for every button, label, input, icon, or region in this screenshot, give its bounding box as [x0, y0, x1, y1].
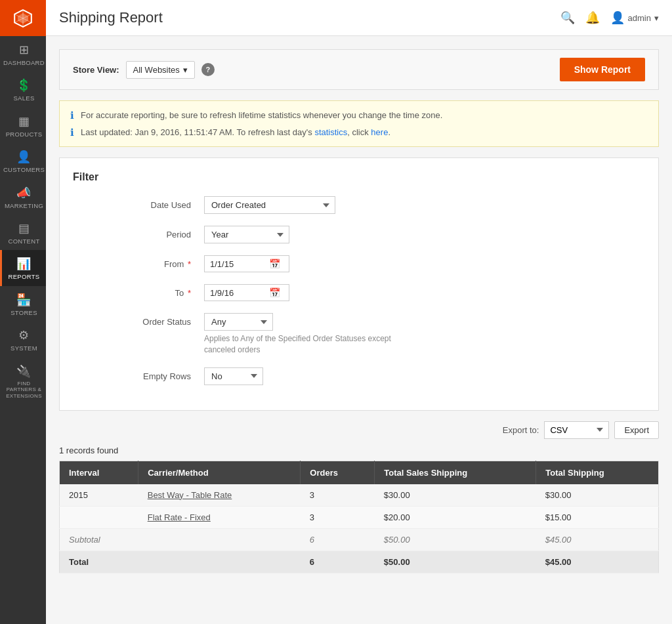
filter-section: Filter Date Used Order Created Order Upd… — [59, 157, 659, 411]
export-bar: Export to: CSV Excel XML Export — [59, 421, 659, 439]
table-row-subtotal: Subtotal 6 $50.00 $45.00 — [60, 528, 659, 551]
cell-total-shipping: $30.00 — [536, 484, 659, 507]
export-button[interactable]: Export — [614, 421, 659, 439]
filter-row-empty-rows: Empty Rows No Yes — [73, 367, 645, 385]
filter-row-order-status: Order Status Any Pending Processing Comp… — [73, 313, 645, 356]
order-status-select[interactable]: Any Pending Processing Complete Cancelle… — [204, 313, 273, 331]
sidebar-item-label: System — [10, 344, 37, 352]
cell-total-shipping-total: $45.00 — [536, 551, 659, 573]
sidebar-item-products[interactable]: ▦ Products — [0, 108, 46, 143]
from-required: * — [188, 259, 191, 269]
sidebar-item-customers[interactable]: 👤 Customers — [0, 143, 46, 178]
info-row-2: ℹ Last updated: Jan 9, 2016, 11:51:47 AM… — [70, 126, 648, 139]
store-view-left: Store View: All Websites ▾ ? — [73, 61, 215, 79]
cell-orders-subtotal: 6 — [301, 528, 375, 551]
admin-menu[interactable]: 👤 admin ▾ — [610, 10, 659, 25]
filter-control-empty-rows: No Yes — [204, 367, 467, 385]
empty-rows-select[interactable]: No Yes — [204, 367, 263, 385]
sidebar-item-reports[interactable]: 📊 Reports — [0, 250, 46, 285]
sidebar: ⊞ Dashboard 💲 Sales ▦ Products 👤 Custome… — [0, 0, 46, 624]
statistics-link[interactable]: statistics — [314, 127, 347, 137]
sidebar-item-content[interactable]: ▤ Content — [0, 215, 46, 250]
filter-row-from: From * 📅 — [73, 255, 645, 272]
to-date-input[interactable] — [210, 288, 269, 298]
store-view-value: All Websites — [133, 65, 180, 75]
records-count: 1 records found — [59, 446, 659, 455]
products-icon: ▦ — [18, 114, 30, 129]
cell-total-sales-shipping: $30.00 — [375, 484, 536, 507]
date-used-select[interactable]: Order Created Order Updated — [204, 196, 335, 214]
cell-orders: 3 — [301, 506, 375, 528]
content-icon: ▤ — [18, 221, 30, 236]
col-carrier-method: Carrier/Method — [138, 461, 301, 484]
info-icon-1: ℹ — [70, 110, 74, 121]
here-link[interactable]: here — [371, 127, 388, 137]
cell-orders-total: 6 — [301, 551, 375, 573]
top-header: Shipping Report 🔍 🔔 👤 admin ▾ — [46, 0, 672, 36]
info-box: ℹ For accurate reporting, be sure to ref… — [59, 100, 659, 147]
sidebar-item-label: Marketing — [5, 202, 43, 209]
info-icon-2: ℹ — [70, 127, 74, 138]
col-total-shipping: Total Shipping — [536, 461, 659, 484]
to-label: To * — [73, 284, 204, 298]
carrier-link[interactable]: Flat Rate - Fixed — [148, 512, 211, 522]
sidebar-item-dashboard[interactable]: ⊞ Dashboard — [0, 36, 46, 72]
marketing-icon: 📣 — [16, 186, 31, 200]
filter-control-order-status: Any Pending Processing Complete Cancelle… — [204, 313, 467, 356]
admin-label: admin — [628, 13, 651, 23]
cell-orders: 3 — [301, 484, 375, 507]
filter-row-to: To * 📅 — [73, 284, 645, 301]
search-icon[interactable]: 🔍 — [560, 10, 575, 25]
sidebar-item-stores[interactable]: 🏪 Stores — [0, 286, 46, 322]
store-view-select[interactable]: All Websites ▾ — [126, 61, 195, 79]
notification-icon[interactable]: 🔔 — [585, 10, 600, 25]
cell-interval-subtotal: Subtotal — [60, 528, 138, 551]
date-used-label: Date Used — [73, 196, 204, 210]
sidebar-item-extensions[interactable]: 🔌 Find Partners & Extensions — [0, 358, 46, 405]
sidebar-item-label: Products — [6, 131, 43, 138]
table-row: 2015 Best Way - Table Rate 3 $30.00 $30.… — [60, 484, 659, 507]
cell-carrier-total — [138, 551, 301, 573]
cell-carrier-subtotal — [138, 528, 301, 551]
sidebar-item-system[interactable]: ⚙ System — [0, 322, 46, 357]
carrier-link[interactable]: Best Way - Table Rate — [148, 490, 232, 500]
order-status-hint: Applies to Any of the Specified Order St… — [204, 333, 401, 356]
page-title: Shipping Report — [59, 9, 163, 26]
export-format-select[interactable]: CSV Excel XML — [544, 421, 609, 439]
from-date-input[interactable] — [210, 259, 269, 269]
filter-row-date-used: Date Used Order Created Order Updated — [73, 196, 645, 214]
sidebar-item-label: Sales — [13, 94, 34, 102]
sidebar-item-label: Stores — [10, 309, 37, 316]
sidebar-item-marketing[interactable]: 📣 Marketing — [0, 179, 46, 215]
cell-total-sales-total: $50.00 — [375, 551, 536, 573]
main-content: Shipping Report 🔍 🔔 👤 admin ▾ Store View… — [46, 0, 672, 624]
chevron-down-icon: ▾ — [183, 65, 188, 75]
to-calendar-icon[interactable]: 📅 — [269, 287, 280, 298]
filter-control-period: Day Month Year — [204, 226, 467, 243]
filter-title: Filter — [73, 171, 645, 183]
cell-interval — [60, 506, 138, 528]
sales-icon: 💲 — [16, 78, 31, 93]
extensions-icon: 🔌 — [16, 364, 31, 379]
from-calendar-icon[interactable]: 📅 — [269, 259, 280, 269]
period-select[interactable]: Day Month Year — [204, 226, 289, 243]
cell-total-shipping: $15.00 — [536, 506, 659, 528]
col-total-sales-shipping: Total Sales Shipping — [375, 461, 536, 484]
data-table: Interval Carrier/Method Orders Total Sal… — [59, 461, 659, 573]
dashboard-icon: ⊞ — [19, 43, 29, 57]
cell-total-sales-subtotal: $50.00 — [375, 528, 536, 551]
col-interval: Interval — [60, 461, 138, 484]
cell-interval-total: Total — [60, 551, 138, 573]
cell-interval: 2015 — [60, 484, 138, 507]
table-header-row: Interval Carrier/Method Orders Total Sal… — [60, 461, 659, 484]
show-report-button[interactable]: Show Report — [560, 58, 645, 81]
to-required: * — [188, 288, 191, 298]
sidebar-item-label: Customers — [3, 166, 45, 173]
sidebar-item-sales[interactable]: 💲 Sales — [0, 72, 46, 107]
help-icon[interactable]: ? — [201, 63, 215, 76]
cell-total-sales-shipping: $20.00 — [375, 506, 536, 528]
from-date-wrap: 📅 — [204, 255, 289, 272]
info-row-1: ℹ For accurate reporting, be sure to ref… — [70, 109, 648, 122]
info-text-1: For accurate reporting, be sure to refre… — [81, 109, 442, 122]
sidebar-logo — [0, 0, 46, 36]
